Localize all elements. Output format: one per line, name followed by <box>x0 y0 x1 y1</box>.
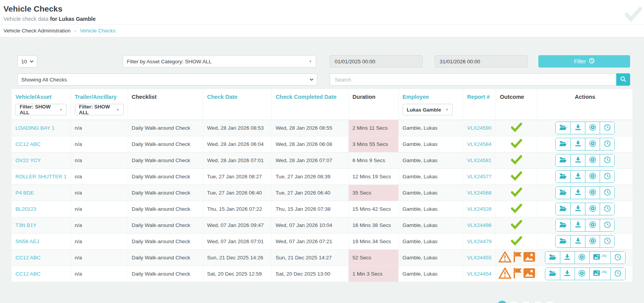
report-number-cell: VLX24584 <box>463 136 496 152</box>
download-report-button[interactable] <box>570 138 585 150</box>
vehicle-asset-link[interactable]: CC12 ABC <box>15 271 40 277</box>
trailer-filter-select[interactable]: Filter: SHOW ALL ▼ <box>75 104 124 115</box>
open-report-button[interactable] <box>556 154 570 166</box>
download-circle-button[interactable] <box>585 203 600 215</box>
download-circle-button[interactable] <box>575 252 589 264</box>
vehicle-asset-link[interactable]: LOADING BAY 1 <box>15 125 55 131</box>
employee-filter-select[interactable]: Lukas Gamble ▼ <box>403 104 453 115</box>
sort-employee[interactable]: Employee <box>403 94 459 100</box>
search-button[interactable] <box>616 73 630 86</box>
history-button[interactable] <box>600 219 614 231</box>
history-button[interactable] <box>600 154 614 166</box>
vehicle-asset-link[interactable]: CC12 ABC <box>15 255 40 261</box>
download-circle-button[interactable] <box>575 268 589 280</box>
report-number-link[interactable]: VLX24455 <box>467 255 491 261</box>
open-report-button[interactable] <box>545 252 560 264</box>
download-report-button[interactable] <box>570 235 585 247</box>
history-button[interactable] <box>600 138 614 150</box>
pagination-dot[interactable] <box>533 301 543 303</box>
open-report-button[interactable] <box>556 219 570 231</box>
vehicle-asset-link[interactable]: P4 BDE <box>15 190 34 196</box>
open-report-button[interactable] <box>556 187 570 199</box>
asset-category-select[interactable]: Filter by Asset Category: SHOW ALL ▼ <box>123 55 316 68</box>
pagination-dot[interactable] <box>521 301 531 303</box>
download-circle-button[interactable] <box>585 187 600 199</box>
vehicle-filter-select[interactable]: Filter: SHOW ALL ▼ <box>15 104 67 115</box>
download-report-button[interactable] <box>570 203 585 215</box>
pagination-dot[interactable] <box>545 301 555 303</box>
open-report-button[interactable] <box>556 122 570 134</box>
vehicle-asset-link[interactable]: CC12 ABC <box>15 141 40 147</box>
check-date-cell: Wed, 28 Jan 2026 06:04 <box>203 136 271 152</box>
date-to-input[interactable] <box>435 55 528 68</box>
open-report-button[interactable] <box>556 203 570 215</box>
download-circle-button[interactable] <box>585 219 600 231</box>
history-button[interactable] <box>610 252 625 264</box>
vehicle-asset-link[interactable]: BL20123 <box>15 206 36 212</box>
download-circle-button[interactable] <box>585 138 600 150</box>
page-size-value: 10 <box>21 59 27 64</box>
open-report-button[interactable] <box>545 268 560 280</box>
sort-check-completed-date[interactable]: Check Completed Date <box>276 94 344 100</box>
report-number-link[interactable]: VLX24568 <box>467 190 491 196</box>
zip-label: .zip <box>601 253 607 257</box>
report-number-link[interactable]: VLX24454 <box>467 271 491 277</box>
download-circle-button[interactable] <box>585 171 600 183</box>
report-number-link[interactable]: VLX24577 <box>467 174 491 179</box>
download-report-button[interactable] <box>570 187 585 199</box>
download-images-zip-button[interactable]: .zip <box>589 268 610 280</box>
outcome-cell <box>496 266 538 282</box>
date-from-input[interactable] <box>330 55 423 68</box>
report-number-link[interactable]: VLX24584 <box>467 141 491 147</box>
search-input[interactable] <box>330 73 616 86</box>
vehicle-asset-link[interactable]: OV22 YCY <box>15 157 41 163</box>
green-check-icon <box>511 188 522 198</box>
vehicle-asset-cell: CC12 ABC <box>12 249 71 266</box>
column-header-vehicle: Vehicle/Asset Filter: SHOW ALL ▼ <box>12 89 71 120</box>
vehicle-checks-table: Vehicle/Asset Filter: SHOW ALL ▼ Trailer… <box>12 89 632 282</box>
download-report-button[interactable] <box>570 219 585 231</box>
pagination-dot[interactable] <box>509 301 519 303</box>
history-button[interactable] <box>600 235 614 247</box>
vehicle-asset-link[interactable]: SN56 AEJ <box>15 239 39 244</box>
download-images-zip-button[interactable]: .zip <box>589 252 610 264</box>
download-report-button[interactable] <box>560 252 575 264</box>
report-number-link[interactable]: VLX24498 <box>467 222 491 228</box>
pagination-dot[interactable] <box>497 301 507 303</box>
vehicle-asset-link[interactable]: T3N B1Y <box>15 222 37 228</box>
history-button[interactable] <box>600 203 614 215</box>
report-number-link[interactable]: VLX24479 <box>467 239 491 244</box>
history-button[interactable] <box>600 122 614 134</box>
download-report-button[interactable] <box>570 122 585 134</box>
history-button[interactable] <box>610 268 625 280</box>
sort-report-number[interactable]: Report # <box>467 94 492 100</box>
sort-vehicle-asset[interactable]: Vehicle/Asset <box>15 94 67 100</box>
download-report-button[interactable] <box>560 268 575 280</box>
history-button[interactable] <box>600 187 614 199</box>
download-circle-button[interactable] <box>585 154 600 166</box>
download-circle-button[interactable] <box>585 235 600 247</box>
open-report-button[interactable] <box>556 235 570 247</box>
filter-button[interactable]: Filter <box>538 55 630 68</box>
download-icon <box>575 205 581 213</box>
sort-check-date[interactable]: Check Date <box>207 94 268 100</box>
report-number-link[interactable]: VLX24528 <box>467 206 491 212</box>
table-row: BL20123n/aDaily Walk-around CheckThu, 15… <box>12 201 632 217</box>
outcome-cell <box>496 185 538 201</box>
open-report-button[interactable] <box>556 138 570 150</box>
asset-category-value: Filter by Asset Category: SHOW ALL <box>127 59 212 64</box>
vehicle-asset-link[interactable]: ROLLER SHUTTER 1 <box>15 174 67 179</box>
open-report-button[interactable] <box>556 171 570 183</box>
sort-trailer-ancillary[interactable]: Trailer/Ancillary <box>75 94 124 100</box>
download-report-button[interactable] <box>570 171 585 183</box>
download-circle-button[interactable] <box>585 122 600 134</box>
download-report-button[interactable] <box>570 154 585 166</box>
report-number-link[interactable]: VLX24581 <box>467 157 491 163</box>
history-button[interactable] <box>600 171 614 183</box>
table-row: CC12 ABCn/aDaily Walk-around CheckWed, 2… <box>12 136 632 152</box>
report-number-link[interactable]: VLX24590 <box>467 125 491 131</box>
page-size-select[interactable]: 10 <box>17 55 37 68</box>
breadcrumb-parent-link[interactable]: Vehicle Check Administration <box>3 28 71 34</box>
checks-scope-select[interactable]: Showing All Checks <box>17 73 317 86</box>
breadcrumb-current-link[interactable]: Vehicle Checks <box>80 28 115 34</box>
